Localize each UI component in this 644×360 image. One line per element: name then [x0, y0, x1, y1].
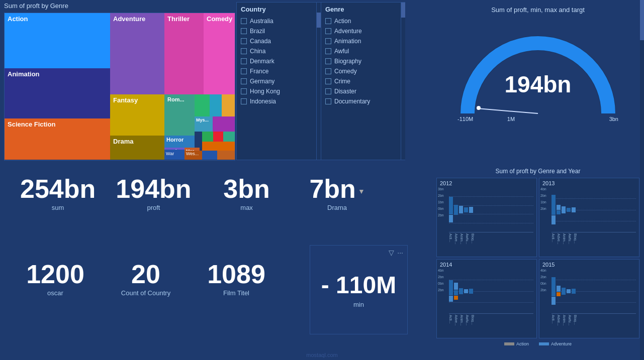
- treemap-title: Sum of proft by Genre: [4, 2, 235, 10]
- country-item-6[interactable]: France: [241, 66, 312, 76]
- genre-item-7[interactable]: Crime: [325, 76, 397, 86]
- bar-area-2012: [449, 187, 533, 232]
- kpi-oscar-label: oscar: [47, 289, 63, 297]
- country-item-3[interactable]: Canada: [241, 36, 312, 46]
- country-item-2[interactable]: Brazil: [241, 26, 312, 36]
- checkbox-documentary[interactable]: [325, 98, 331, 104]
- checkbox-action[interactable]: [325, 18, 331, 24]
- y-axis-2013: 4bn 2bn 1bn 2bn: [540, 187, 546, 210]
- checkbox-hongkong[interactable]: [241, 88, 247, 94]
- checkbox-china[interactable]: [241, 48, 247, 54]
- genre-item-8[interactable]: Disaster: [325, 86, 397, 96]
- country-item-4[interactable]: China: [241, 46, 312, 56]
- tm-mystery[interactable]: Mys...: [195, 116, 213, 132]
- tm-action[interactable]: Action: [5, 13, 110, 68]
- tm-thriller[interactable]: Thriller: [164, 13, 204, 94]
- main-scrollbar[interactable]: [640, 0, 644, 360]
- tm-adventure[interactable]: Adventure: [110, 13, 164, 94]
- bar-year-2014: 2014: [440, 262, 533, 268]
- checkbox-france[interactable]: [241, 68, 247, 74]
- treemap[interactable]: Action Animation Science Fiction Adventu…: [4, 13, 235, 161]
- gauge-value: 194bn: [505, 71, 572, 98]
- checkbox-denmark[interactable]: [241, 58, 247, 64]
- kpi-drama: 7bn ▼ Drama: [292, 171, 383, 216]
- tm-animation[interactable]: Animation: [5, 68, 110, 118]
- checkbox-indonesia[interactable]: [241, 98, 247, 104]
- checkbox-awful[interactable]: [325, 48, 331, 54]
- tm-fantasy[interactable]: Fantasy: [110, 94, 164, 136]
- tm-horror[interactable]: Horror: [164, 136, 195, 148]
- bar-col-action-2012: [449, 197, 453, 222]
- kpi-country-value: 20: [131, 261, 160, 287]
- tm-tiny4: [202, 142, 235, 151]
- kpi-proft-value: 194bn: [116, 176, 191, 202]
- genre-item-3[interactable]: Animation: [325, 36, 397, 46]
- country-item-5[interactable]: Denmark: [241, 56, 312, 66]
- tm-science-fiction[interactable]: Science Fiction: [5, 118, 110, 160]
- checkbox-australia[interactable]: [241, 18, 247, 24]
- scrollbar-thumb: [317, 13, 321, 28]
- filter-icon[interactable]: ▽: [389, 249, 394, 257]
- kpi-max: 3bn max: [202, 171, 292, 216]
- tm-western[interactable]: Wes...: [185, 151, 202, 160]
- treemap-section: Sum of proft by Genre Action Animation S…: [4, 2, 235, 160]
- country-item-1[interactable]: Australia: [241, 16, 312, 26]
- kpi-row-2: 1200 oscar 20 Count of Country 1089 Film…: [0, 256, 312, 302]
- legend-item-action: Action: [504, 341, 529, 346]
- tm-tiny5: [202, 151, 217, 160]
- genre-item-6[interactable]: Comedy: [325, 66, 397, 76]
- watermark: mostaql.com: [306, 352, 337, 358]
- bar-col-bio-2012: [469, 207, 473, 213]
- more-icon[interactable]: ···: [397, 249, 403, 257]
- checkbox-comedy[interactable]: [325, 68, 331, 74]
- kpi-film-label: Film Titel: [223, 289, 249, 297]
- legend-swatch-action: [504, 342, 514, 345]
- checkbox-germany[interactable]: [241, 78, 247, 84]
- country-item-9[interactable]: Indonesia: [241, 96, 312, 106]
- filter-section: Country Australia Brazil Canada China De…: [236, 2, 417, 160]
- country-filter-title: Country: [241, 6, 312, 13]
- bar-panel-2014: 2014 4bn 2bn 0bn 2bn: [436, 259, 537, 338]
- checkbox-biography[interactable]: [325, 58, 331, 64]
- kpi-drama-value-row: 7bn ▼: [309, 176, 364, 202]
- min-box: ▽ ··· - 110M min: [310, 245, 408, 334]
- genre-item-9[interactable]: Documentary: [325, 96, 397, 106]
- genre-item-5[interactable]: Biography: [325, 56, 397, 66]
- bar-section: Sum of proft by Genre and Year 2012 3bn …: [432, 166, 643, 356]
- tm-drama[interactable]: Drama: [110, 136, 164, 160]
- genre-item-4[interactable]: Awful: [325, 46, 397, 56]
- min-box-label: min: [353, 301, 364, 308]
- filter-scrollbar[interactable]: [317, 2, 321, 160]
- country-filter: Country Australia Brazil Canada China De…: [236, 2, 317, 160]
- bar-year-2013: 2013: [542, 180, 636, 186]
- bar-panel-2013: 2013 4bn 2bn 1bn 2bn: [539, 178, 639, 257]
- country-item-7[interactable]: Germany: [241, 76, 312, 86]
- gauge-container: 194bn: [452, 21, 623, 126]
- country-item-8[interactable]: Hong Kong: [241, 86, 312, 96]
- genre-scrollbar[interactable]: [401, 2, 405, 160]
- checkbox-brazil[interactable]: [241, 28, 247, 34]
- tm-tiny6: [217, 151, 235, 160]
- checkbox-animation[interactable]: [325, 38, 331, 44]
- gauge-mid-label: 1M: [507, 116, 515, 122]
- checkbox-disaster[interactable]: [325, 88, 331, 94]
- checkbox-crime[interactable]: [325, 78, 331, 84]
- checkbox-canada[interactable]: [241, 38, 247, 44]
- checkbox-adventure[interactable]: [325, 28, 331, 34]
- genre-filter-title: Genre: [325, 6, 397, 13]
- genre-item-1[interactable]: Action: [325, 16, 397, 26]
- bar-area-2013: [551, 187, 636, 232]
- y-axis-2015: 4bn 2bn 0bn 2bn: [540, 269, 546, 292]
- kpi-oscar: 1200 oscar: [10, 256, 101, 302]
- tm-romance[interactable]: Rom...: [164, 94, 195, 136]
- kpi-sum-value: 254bn: [20, 176, 96, 202]
- genre-scrollbar-thumb: [401, 3, 405, 18]
- genre-item-2[interactable]: Adventure: [325, 26, 397, 36]
- tm-comedy[interactable]: Comedy: [204, 13, 235, 94]
- drama-dropdown-icon[interactable]: ▼: [358, 187, 365, 195]
- tm-war2[interactable]: War: [164, 151, 185, 160]
- kpi-film-value: 1089: [207, 261, 265, 287]
- tm-small1: [195, 94, 210, 116]
- kpi-max-value: 3bn: [223, 176, 269, 202]
- tm-tiny3: [223, 132, 235, 142]
